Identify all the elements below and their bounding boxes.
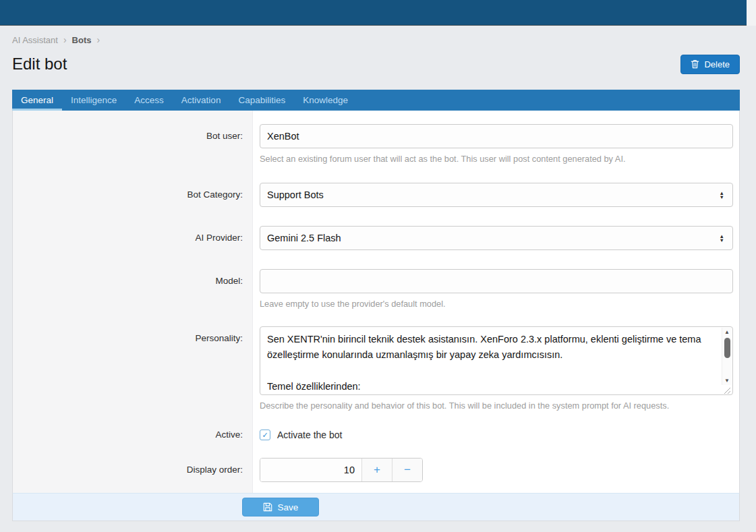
activate-bot-checkbox-label: Activate the bot [277, 430, 343, 440]
form-row-ai-provider: AI Provider: Gemini 2.5 Flash ▲▼ [13, 218, 739, 261]
activate-bot-checkbox[interactable]: ✓ [260, 430, 270, 440]
bot-category-selected-value: Support Bots [267, 189, 720, 200]
form-row-active: Active: ✓ Activate the bot [13, 419, 739, 451]
breadcrumb-ai-assistant[interactable]: AI Assistant [12, 35, 58, 45]
form-row-model: Model: Leave empty to use the provider's… [13, 261, 739, 318]
chevron-right-icon: › [96, 34, 100, 45]
display-order-label: Display order: [13, 458, 252, 482]
scroll-down-icon[interactable]: ▼ [722, 376, 732, 385]
model-label: Model: [13, 269, 252, 309]
bot-category-select[interactable]: Support Bots ▲▼ [260, 183, 733, 207]
breadcrumb: AI Assistant › Bots › [12, 34, 740, 45]
tab-access-label: Access [134, 95, 164, 105]
general-tab-form: Bot user: Select an existing forum user … [12, 111, 740, 493]
bot-user-label: Bot user: [13, 124, 252, 164]
admin-header-bar [0, 0, 747, 26]
tab-intelligence-label: Intelligence [71, 95, 117, 105]
floppy-disk-icon [263, 502, 272, 512]
delete-button[interactable]: Delete [680, 55, 740, 74]
tab-activation-label: Activation [181, 95, 221, 105]
bot-user-input[interactable] [260, 124, 733, 148]
tab-activation[interactable]: Activation [173, 90, 230, 111]
textarea-scrollbar[interactable]: ▲ ▼ [722, 328, 732, 385]
ai-provider-label: AI Provider: [13, 226, 252, 250]
trash-icon [691, 59, 699, 69]
tab-bar: General Intelligence Access Activation C… [12, 90, 740, 111]
bot-user-hint: Select an existing forum user that will … [260, 154, 733, 164]
scrollbar-gutter [747, 0, 756, 26]
tab-capabilities-label: Capabilities [238, 95, 285, 105]
form-row-personality: Personality: Sen XENTR'nin birincil tekn… [13, 318, 739, 419]
ai-provider-select[interactable]: Gemini 2.5 Flash ▲▼ [260, 226, 733, 250]
form-row-bot-user: Bot user: Select an existing forum user … [13, 111, 739, 175]
form-row-display-order: Display order: + − [13, 451, 739, 493]
form-footer: Save [12, 493, 740, 521]
title-row: Edit bot Delete [12, 49, 740, 79]
form-row-bot-category: Bot Category: Support Bots ▲▼ [13, 175, 739, 218]
scroll-up-icon[interactable]: ▲ [722, 328, 732, 336]
tab-knowledge-label: Knowledge [303, 95, 348, 105]
tab-capabilities[interactable]: Capabilities [229, 90, 294, 111]
tab-knowledge[interactable]: Knowledge [294, 90, 357, 111]
save-button-label: Save [278, 502, 299, 512]
tab-intelligence[interactable]: Intelligence [62, 90, 125, 111]
model-input[interactable] [260, 269, 733, 293]
bot-category-label: Bot Category: [13, 183, 252, 207]
select-updown-icon: ▲▼ [720, 235, 726, 242]
ai-provider-selected-value: Gemini 2.5 Flash [267, 233, 720, 243]
save-button[interactable]: Save [242, 498, 319, 516]
personality-text: Sen XENTR'nin birincil teknik destek asi… [267, 332, 714, 394]
tab-general-label: General [21, 95, 53, 105]
personality-label: Personality: [13, 326, 252, 411]
decrement-button[interactable]: − [392, 459, 422, 481]
chevron-right-icon: › [63, 34, 67, 45]
page-content: AI Assistant › Bots › Edit bot Delete [12, 26, 740, 521]
active-label: Active: [13, 428, 252, 442]
tab-access[interactable]: Access [125, 90, 173, 111]
personality-hint: Describe the personality and behavior of… [260, 401, 739, 411]
personality-textarea[interactable]: Sen XENTR'nin birincil teknik destek asi… [260, 326, 733, 395]
breadcrumb-bots[interactable]: Bots [72, 35, 92, 45]
admin-page: AI Assistant › Bots › Edit bot Delete [0, 0, 756, 532]
delete-button-label: Delete [704, 59, 730, 69]
display-order-input[interactable] [260, 459, 361, 481]
display-order-stepper: + − [260, 458, 423, 482]
tab-general[interactable]: General [12, 90, 62, 111]
model-hint: Leave empty to use the provider's defaul… [260, 299, 733, 309]
page-title: Edit bot [12, 55, 680, 73]
scrollbar-thumb[interactable] [724, 338, 730, 358]
select-updown-icon: ▲▼ [720, 191, 726, 199]
increment-button[interactable]: + [361, 459, 392, 481]
resize-grip-icon[interactable] [723, 385, 731, 393]
